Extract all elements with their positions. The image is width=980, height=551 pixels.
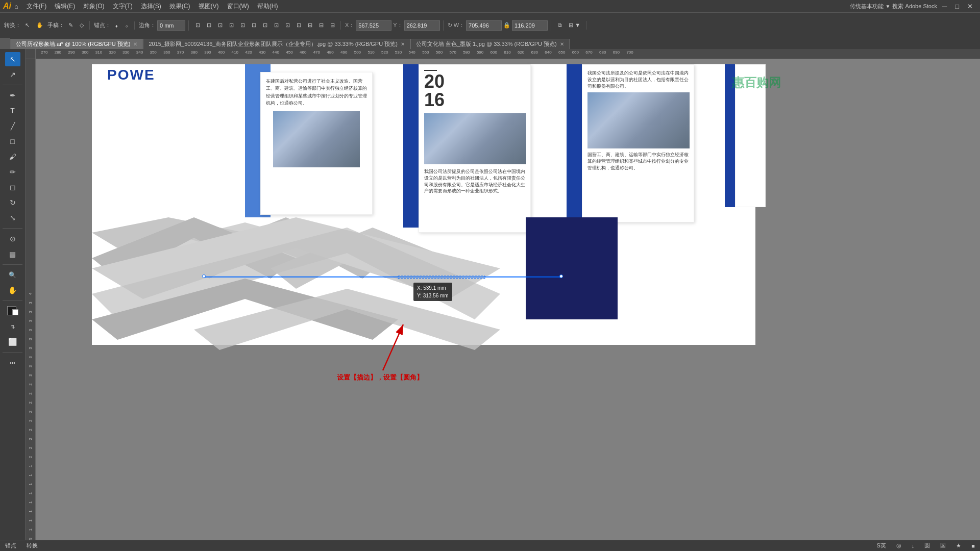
ruler-top: 270 280 290 300 310 320 330 340 350 360 …: [36, 49, 980, 59]
handle-tr[interactable]: [559, 274, 563, 278]
ruler-left: 8 9 1 1 1 1 1 1 1 1 2 2 2 2 2 2 2 2 2 3 …: [26, 59, 36, 551]
align-btn4[interactable]: ⊡: [227, 21, 236, 30]
hand-label: 手稿：: [47, 21, 64, 29]
h-input[interactable]: [512, 20, 548, 31]
transform-group: 转换： ↖ ✋ 手稿： ✎ ◇: [4, 21, 90, 30]
eyedropper-tool[interactable]: ⊙: [5, 232, 20, 246]
maximize-button[interactable]: □: [952, 3, 962, 10]
transform-extra-btn[interactable]: ⧉: [555, 21, 565, 30]
pen-tool[interactable]: ✒: [5, 88, 20, 103]
rotate-tool[interactable]: ↻: [5, 195, 20, 210]
tab-3[interactable]: 公司文化墙 蓝色_墨版 1.jpg @ 33.33% (RGB/GPU 预览) …: [410, 39, 570, 49]
canvas-area[interactable]: 270 280 290 300 310 320 330 340 350 360 …: [26, 49, 980, 551]
tray-item-4: 圆: [924, 542, 930, 549]
card2-text: 我国公司法所提及的公司是依照公司法在中国境内设立的是以营利为目的社团法人，包括有…: [424, 168, 525, 194]
tab-1-close[interactable]: ✕: [133, 41, 137, 47]
size-group: ↻ W： 🔒: [448, 20, 551, 31]
align-btn10[interactable]: ⊡: [294, 21, 304, 30]
align-btn1[interactable]: ⊡: [193, 21, 203, 30]
menu-help[interactable]: 帮助(H): [253, 1, 282, 12]
align-btn2[interactable]: ⊡: [204, 21, 214, 30]
align-btn3[interactable]: ⊡: [215, 21, 225, 30]
tray-item-6: ★: [956, 542, 961, 549]
align-btn8[interactable]: ⊡: [272, 21, 281, 30]
w-input[interactable]: [466, 20, 502, 31]
align-btn5[interactable]: ⊡: [238, 21, 248, 30]
align-btn7[interactable]: ⊡: [260, 21, 270, 30]
menu-file[interactable]: 文件(F): [22, 1, 51, 12]
rect-tool[interactable]: □: [5, 134, 20, 148]
ruler-corner: [26, 49, 36, 59]
type-tool[interactable]: T: [5, 104, 20, 118]
tab-3-label: 公司文化墙 蓝色_墨版 1.jpg @ 33.33% (RGB/GPU 预览): [416, 40, 557, 48]
tray-input-method[interactable]: S英: [877, 542, 886, 549]
year-number: 20 16: [424, 72, 525, 109]
artwork-container: POWE 在建国后对私营公司进行了社会主义改造。国营工、商、建筑、运输等部门中实…: [36, 59, 791, 365]
year-bottom: 16: [424, 89, 445, 110]
tray-item-3: ↓: [912, 543, 915, 549]
svg-rect-10: [526, 217, 618, 319]
menu-window[interactable]: 窗口(W): [223, 1, 253, 12]
pen-tool-btn[interactable]: ✎: [66, 21, 76, 30]
line-tool[interactable]: ╱: [5, 119, 20, 133]
year-top: 20: [424, 71, 445, 92]
white-card-1: 在建国后对私营公司进行了社会主义改造。国营工、商、建筑、运输等部门中实行独立经济…: [260, 72, 373, 215]
menu-edit[interactable]: 编辑(E): [51, 1, 79, 12]
anchor-btn1[interactable]: ⬧: [112, 21, 121, 30]
tab-3-close[interactable]: ✕: [560, 41, 564, 47]
rotation-icon: ↻: [448, 22, 452, 29]
close-button[interactable]: ✕: [964, 3, 976, 10]
tab-2[interactable]: 2015_摄影网_500924136_商务团队企业形象团队展示（企业专用）.jp…: [143, 39, 410, 49]
swap-fill-stroke[interactable]: ⇅: [5, 319, 20, 334]
card3-text2: 国营工、商、建筑、运输等部门中实行独立经济核算的经营管理组织和某些城市中按行业划…: [587, 152, 689, 171]
tool-separator-4: [3, 300, 22, 301]
white-card-2: 20 16 我国公司法所提及的公司是依照公司法在中国境内设立的是以营利为目的社团…: [419, 64, 531, 233]
eraser-tool[interactable]: ◻: [5, 180, 20, 194]
handle-tl[interactable]: [202, 274, 206, 278]
left-tool-panel: ↖ ↗ ✒ T ╱ □ 🖌 ✏ ◻ ↻ ⤡ ⊙ ▦ 🔍 ✋ ⇅ ⬜: [0, 49, 26, 551]
menu-object[interactable]: 对象(O): [79, 1, 108, 12]
align-btn9[interactable]: ⊡: [283, 21, 292, 30]
workspace-dropdown-icon[interactable]: ▼: [886, 4, 891, 9]
fill-color[interactable]: [5, 304, 20, 318]
gradient-tool[interactable]: ▦: [5, 247, 20, 261]
x-input[interactable]: [356, 20, 391, 31]
draw-mode[interactable]: ⬜: [5, 335, 20, 349]
lock-icon: 🔒: [503, 22, 510, 29]
select-tool[interactable]: ↖: [5, 52, 20, 66]
app-logo: Ai: [3, 2, 11, 11]
toolbar: 转换： ↖ ✋ 手稿： ✎ ◇ 锚点： ⬧ ⬦ 边角： ⊡ ⊡ ⊡ ⊡ ⊡ ⊡ …: [0, 12, 980, 38]
menu-type[interactable]: 文字(T): [109, 1, 137, 12]
minimize-button[interactable]: ─: [939, 3, 950, 10]
hand-pan-tool[interactable]: ✋: [5, 283, 20, 297]
menu-bar: Ai ⌂ 文件(F) 编辑(E) 对象(O) 文字(T) 选择(S) 效果(C)…: [0, 0, 980, 12]
align-to-btn[interactable]: ⊞ ▼: [566, 21, 583, 30]
annotation-arrow: [337, 279, 439, 381]
direct-select-tool[interactable]: ↗: [5, 67, 20, 82]
anchor-btn2[interactable]: ⬦: [122, 21, 131, 30]
card3-photo: [587, 92, 690, 148]
more-tools[interactable]: •••: [5, 356, 20, 370]
zoom-tool[interactable]: 🔍: [5, 268, 20, 282]
pencil-tool[interactable]: ✏: [5, 165, 20, 179]
tab-1[interactable]: 公司历程形象墙.ai* @ 100% (RGB/GPU 预览) ✕: [10, 39, 143, 49]
workspace-label: 传统基本功能: [850, 3, 884, 10]
menu-effect[interactable]: 效果(C): [165, 1, 194, 12]
distribute-btn3[interactable]: ⊟: [328, 21, 337, 30]
scale-tool[interactable]: ⤡: [5, 211, 20, 225]
tab-2-close[interactable]: ✕: [401, 41, 405, 47]
paintbrush-tool[interactable]: 🖌: [5, 149, 20, 164]
y-input[interactable]: [404, 20, 440, 31]
distribute-btn1[interactable]: ⊟: [305, 21, 315, 30]
hand-tool-btn[interactable]: ✋: [34, 21, 46, 30]
menu-view[interactable]: 视图(V): [194, 1, 223, 12]
anchor-tool-btn[interactable]: ◇: [77, 21, 86, 30]
menu-items: 文件(F) 编辑(E) 对象(O) 文字(T) 选择(S) 效果(C) 视图(V…: [22, 1, 282, 12]
menu-select[interactable]: 选择(S): [137, 1, 165, 12]
align-btn6[interactable]: ⊡: [249, 21, 259, 30]
angle-input[interactable]: [157, 20, 185, 31]
distribute-btn2[interactable]: ⊟: [316, 21, 326, 30]
transform-status: 转换: [27, 542, 38, 549]
corner-label: 边角：: [139, 21, 156, 29]
select-tool-btn[interactable]: ↖: [22, 21, 32, 30]
